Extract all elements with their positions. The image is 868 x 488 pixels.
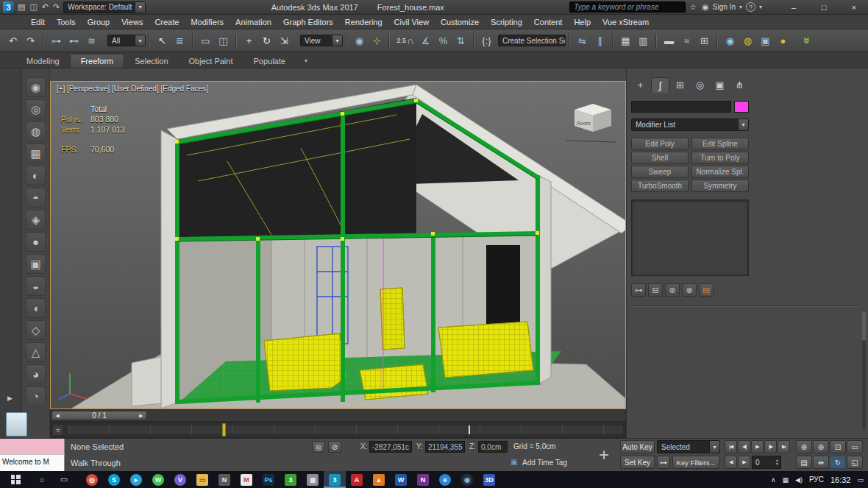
material-editor-icon[interactable]: ◉ (722, 32, 739, 49)
taskbar-app-edge[interactable]: e (434, 471, 456, 488)
menu-item[interactable]: Vue xStream (597, 15, 655, 29)
tray-network-icon[interactable]: ▦ (782, 476, 789, 484)
object-color-swatch[interactable] (734, 101, 749, 113)
command-panel-scrollbar[interactable] (862, 311, 866, 429)
sign-in-chevron-icon[interactable]: ▾ (738, 4, 744, 10)
schematic-view-icon[interactable]: ⊞ (696, 32, 713, 49)
start-button[interactable] (0, 471, 31, 488)
key-mode-dropdown[interactable]: Selected ▾ (657, 440, 720, 453)
freeform-optimize-icon[interactable]: ◓ (26, 188, 46, 208)
turbosmooth-button[interactable]: TurboSmooth (631, 180, 689, 192)
zoom-region-icon[interactable]: ▭ (847, 440, 863, 453)
menu-item[interactable]: Edit (25, 15, 51, 29)
freeform-solve-icon[interactable]: ◇ (26, 320, 46, 340)
taskbar-app-mail[interactable]: M (235, 471, 257, 488)
favorites-icon[interactable]: ☆ (688, 2, 698, 12)
dock-expand-arrow-icon[interactable]: ▶ (7, 395, 13, 402)
ribbon-options-chevron-icon[interactable]: ▾ (305, 57, 307, 64)
select-and-rotate-icon[interactable]: ↻ (258, 32, 275, 49)
taskbar-app-media[interactable]: ▲ (368, 471, 390, 488)
add-time-tag-button[interactable]: Add Time Tag (522, 459, 567, 467)
taskbar-app-onenote[interactable]: N (412, 471, 434, 488)
menu-item[interactable]: Help (568, 15, 597, 29)
auto-key-button[interactable]: Auto Key (620, 440, 655, 453)
track-bar-key-handle[interactable] (222, 423, 226, 436)
edit-named-selection-sets-icon[interactable]: {:} (478, 32, 495, 49)
taskbar-app-whatsapp[interactable]: W (147, 471, 169, 488)
previous-frame-icon[interactable]: ◀| (738, 440, 750, 453)
taskbar-app-word[interactable]: W (390, 471, 412, 488)
ribbon-toggle-icon[interactable]: ▬ (661, 32, 677, 49)
freeform-select-icon[interactable]: △ (26, 342, 46, 362)
freeform-branches-icon[interactable]: ◖ (26, 298, 46, 318)
3ds-max-logo[interactable]: 3 (3, 1, 14, 13)
angle-snap-icon[interactable]: ∡ (417, 32, 434, 49)
help-chevron-icon[interactable]: ▾ (758, 4, 764, 10)
hierarchy-tab-icon[interactable]: ⊞ (671, 77, 689, 93)
close-button[interactable]: × (840, 0, 868, 15)
taskbar-app-skype[interactable]: S (103, 471, 125, 488)
menu-item[interactable]: Modifiers (185, 15, 230, 29)
menu-item[interactable]: Animation (230, 15, 277, 29)
select-by-name-icon[interactable]: ≣ (171, 32, 188, 49)
menu-item[interactable]: Tools (51, 15, 82, 29)
rendered-frame-window-icon[interactable]: ▣ (757, 32, 774, 49)
clock[interactable]: 16:32 (830, 475, 851, 484)
next-frame-icon[interactable]: |▶ (764, 440, 777, 453)
create-tab-icon[interactable]: + (631, 77, 650, 93)
bind-to-space-warp-icon[interactable]: ≋ (83, 32, 100, 49)
taskbar-app-browser[interactable]: ◎ (81, 471, 103, 488)
language-indicator[interactable]: РУС (809, 475, 824, 484)
taskbar-app-adobe[interactable]: A (346, 471, 368, 488)
menu-item[interactable]: Customize (435, 15, 485, 29)
set-keys-icon[interactable]: ⊶ (657, 456, 670, 469)
action-center-icon[interactable]: ▭ (857, 476, 864, 484)
menu-item[interactable]: Group (82, 15, 116, 29)
isolate-selection-icon[interactable]: ◎ (312, 441, 325, 453)
utilities-tab-icon[interactable]: ⋔ (730, 77, 749, 93)
object-name-field[interactable] (631, 101, 731, 113)
previous-frame-arrow-icon[interactable]: ◀ (52, 413, 63, 419)
tray-volume-icon[interactable]: ◀) (795, 476, 803, 484)
snaps-toggle-icon[interactable]: 2.5 ∩ (394, 32, 417, 49)
taskbar-app-3d[interactable]: 3D (478, 471, 500, 488)
align-icon[interactable]: ∥ (591, 32, 608, 49)
undo-icon[interactable]: ↶ (40, 2, 50, 12)
ribbon-minimize-chevron-icon[interactable]: » (800, 37, 814, 43)
save-file-icon[interactable]: ◫ (28, 2, 38, 12)
orbit-icon[interactable]: ↻ (830, 456, 846, 469)
motion-tab-icon[interactable]: ◎ (691, 77, 709, 93)
account-icon[interactable]: ◉ (700, 2, 711, 12)
perspective-viewport[interactable]: Room [+] [Perspective] [User Defined] [E… (50, 81, 626, 409)
track-bar[interactable]: ≈ (50, 422, 626, 438)
task-view-icon[interactable]: ▭ (53, 471, 75, 488)
workspace-dropdown[interactable]: Workspace: Default ▾ (63, 1, 146, 13)
select-and-link-icon[interactable]: ⊶ (48, 32, 65, 49)
floating-mini-window[interactable] (6, 412, 27, 436)
select-object-icon[interactable]: ↖ (154, 32, 171, 49)
render-production-icon[interactable]: ● (775, 32, 791, 49)
turn-to-poly-button[interactable]: Turn to Poly (691, 152, 749, 164)
reference-coordinate-dropdown[interactable]: View ▾ (300, 35, 343, 46)
freeform-deform-icon[interactable]: ◔ (26, 386, 46, 406)
open-file-icon[interactable]: ▤ (16, 2, 26, 12)
taskbar-app-3dsmax-active[interactable]: 3 (324, 471, 346, 488)
play-animation-icon[interactable]: ▶ (751, 440, 764, 453)
taskbar-app-telegram[interactable]: ▸ (125, 471, 147, 488)
go-to-end-icon[interactable]: ▶| (778, 440, 790, 453)
time-slider[interactable]: ◀ 0 / 1 ▶ (50, 409, 626, 422)
taskbar-app-photoshop[interactable]: Ps (257, 471, 280, 488)
minimize-button[interactable]: – (780, 0, 808, 15)
layer-manager-icon[interactable]: ▦ (617, 32, 634, 49)
sweep-button[interactable]: Sweep (631, 166, 689, 178)
taskbar-app-folder[interactable]: ▭ (191, 471, 213, 488)
use-center-icon[interactable]: ◉ (351, 32, 368, 49)
freeform-polydraw-icon[interactable]: ◉ (26, 77, 46, 97)
freeform-topology-icon[interactable]: ▣ (26, 254, 46, 274)
frame-spinner[interactable]: ▲▼ (775, 459, 779, 466)
select-and-move-icon[interactable]: + (241, 32, 257, 49)
menu-item[interactable]: Views (115, 15, 149, 29)
ribbon-tab-object-paint[interactable]: Object Paint (179, 54, 243, 68)
edit-poly-button[interactable]: Edit Poly (631, 138, 689, 150)
display-tab-icon[interactable]: ▣ (711, 77, 729, 93)
